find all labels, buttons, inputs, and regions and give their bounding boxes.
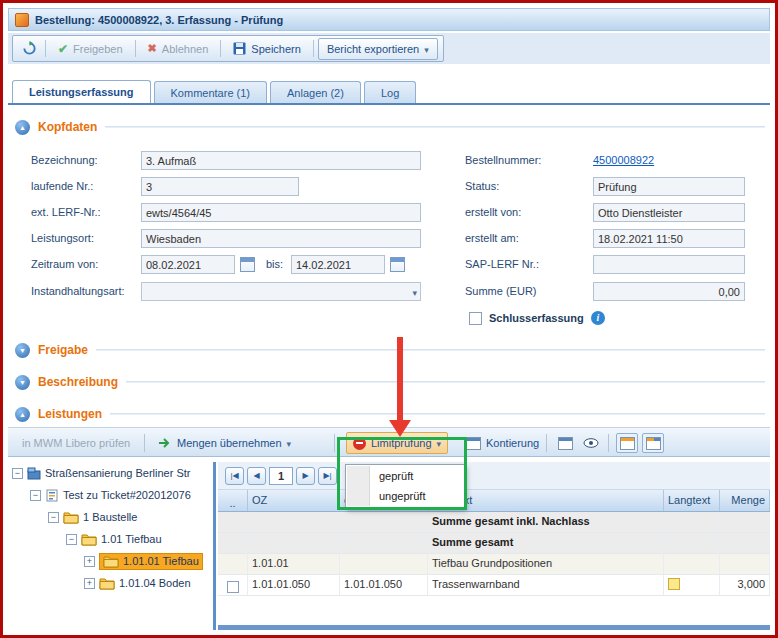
kontierung-button[interactable]: Kontierung: [460, 432, 545, 454]
tree-node-ticket[interactable]: Test zu Ticket#202012076: [8, 484, 214, 506]
instandhaltungsart-select[interactable]: [141, 282, 421, 301]
menu-item-geprueft[interactable]: geprüft: [347, 466, 463, 486]
folder-icon: [99, 577, 115, 590]
tree-node-label: 1 Baustelle: [83, 511, 137, 523]
info-icon[interactable]: i: [591, 311, 605, 325]
cell-langtext: [664, 533, 720, 553]
collapse-section-icon[interactable]: [15, 407, 30, 422]
tree-node-tiefbau[interactable]: 1.01 Tiefbau: [8, 528, 214, 550]
toolbar-separator: [45, 40, 46, 57]
erstellt-von-input[interactable]: [593, 203, 745, 222]
toolbar-separator: [220, 40, 221, 57]
tree-node-baustelle[interactable]: 1 Baustelle: [8, 506, 214, 528]
limitpruefung-button[interactable]: Limitprüfung: [346, 432, 448, 454]
speichern-button[interactable]: Speichern: [225, 38, 309, 60]
application-window: Bestellung: 4500008922, 3. Erfassung - P…: [0, 0, 778, 638]
bericht-exportieren-button[interactable]: Bericht exportieren: [318, 38, 438, 60]
section-title-freigabe: Freigabe: [38, 343, 88, 357]
cell-ext: [340, 533, 428, 553]
cell-oz: 1.01.01.050: [248, 575, 340, 595]
table-row[interactable]: 1.01.01.050 1.01.01.050 Trassenwarnband …: [218, 575, 770, 596]
eye-icon: [583, 438, 599, 448]
expand-node-icon[interactable]: [84, 556, 95, 567]
section-leistungen: Leistungen: [15, 406, 765, 422]
mengen-uebernehmen-button[interactable]: Mengen übernehmen: [152, 432, 297, 454]
table-copy-icon: [558, 437, 573, 450]
laufende-nr-input[interactable]: [141, 177, 299, 196]
menu-item-ungeprueft[interactable]: ungeprüft: [347, 486, 463, 506]
status-label: Status:: [465, 180, 499, 192]
row-checkbox[interactable]: [227, 581, 239, 593]
sap-lerf-input[interactable]: [593, 255, 745, 274]
status-input[interactable]: [593, 177, 745, 196]
expand-section-icon[interactable]: [15, 343, 30, 358]
calendar-icon[interactable]: [390, 257, 405, 272]
tree-node-boden[interactable]: 1.01.04 Boden: [8, 572, 214, 594]
toolbar-separator: [546, 434, 547, 452]
section-title-kopfdaten: Kopfdaten: [38, 120, 97, 134]
cell-menge: [720, 533, 770, 553]
grid-view-button[interactable]: [616, 433, 638, 453]
collapse-node-icon[interactable]: [12, 468, 23, 479]
table-row[interactable]: 1.01.01 Tiefbau Grundpositionen: [218, 554, 770, 575]
ext-lerf-label: ext. LERF-Nr.:: [31, 206, 101, 218]
table-row[interactable]: Summe gesamt inkl. Nachlass: [218, 512, 770, 533]
zeitraum-von-input[interactable]: [141, 255, 235, 274]
summe-input[interactable]: [593, 282, 745, 301]
first-page-button[interactable]: [225, 467, 244, 485]
collapse-node-icon[interactable]: [48, 512, 59, 523]
refresh-button[interactable]: [18, 38, 41, 60]
mwm-libero-label: in MWM Libero prüfen: [22, 437, 130, 449]
prev-page-button[interactable]: [247, 467, 266, 485]
ext-lerf-input[interactable]: [141, 203, 421, 222]
tree-node-tiefbau-selected[interactable]: 1.01.01 Tiefbau: [8, 550, 214, 572]
collapse-section-icon[interactable]: [15, 120, 30, 135]
last-page-button[interactable]: [318, 467, 337, 485]
langtext-note-icon[interactable]: [668, 578, 680, 590]
expand-node-icon[interactable]: [84, 578, 95, 589]
tab-kommentare[interactable]: Kommentare (1): [154, 81, 267, 103]
expand-section-icon[interactable]: [15, 375, 30, 390]
selected-node-highlight: 1.01.01 Tiefbau: [99, 553, 203, 570]
header-menge[interactable]: Menge: [720, 490, 770, 511]
header-langtext[interactable]: Langtext: [664, 490, 720, 511]
collapse-node-icon[interactable]: [30, 490, 41, 501]
bis-label: bis:: [266, 258, 283, 270]
current-page-indicator[interactable]: 1: [269, 467, 293, 485]
cell-select: [218, 575, 248, 595]
erstellt-am-label: erstellt am:: [465, 232, 519, 244]
tab-leistungserfassung[interactable]: Leistungserfassung: [12, 80, 151, 103]
erstellt-am-input[interactable]: [593, 229, 745, 248]
next-page-button[interactable]: [296, 467, 315, 485]
header-select[interactable]: ..: [218, 490, 248, 511]
copy-table-button[interactable]: [554, 433, 576, 453]
cell-kurztext: Summe gesamt inkl. Nachlass: [428, 512, 664, 532]
leistungsort-input[interactable]: [141, 229, 421, 248]
table-row[interactable]: Summe gesamt: [218, 533, 770, 554]
freigeben-button[interactable]: Freigeben: [50, 38, 131, 60]
header-oz[interactable]: OZ: [248, 490, 340, 511]
split-view-button[interactable]: [642, 433, 664, 453]
toolbar-separator: [608, 434, 609, 452]
instandhaltungsart-label: Instandhaltungsart:: [31, 285, 125, 297]
ablehnen-label: Ablehnen: [162, 43, 209, 55]
tab-log[interactable]: Log: [364, 81, 416, 103]
mwm-libero-button[interactable]: in MWM Libero prüfen: [16, 432, 136, 454]
cell-langtext: [664, 554, 720, 574]
bestellnummer-link[interactable]: 4500008922: [593, 154, 654, 166]
bezeichnung-input[interactable]: [141, 151, 421, 170]
zeitraum-bis-input[interactable]: [291, 255, 385, 274]
tab-anlagen[interactable]: Anlagen (2): [270, 81, 361, 103]
panel-splitter[interactable]: [213, 462, 216, 630]
erstellt-von-label: erstellt von:: [465, 206, 521, 218]
schlusserfassung-checkbox[interactable]: [469, 312, 482, 325]
collapse-node-icon[interactable]: [66, 534, 77, 545]
pagination-bar: 1: [218, 462, 770, 490]
zeitraum-von-label: Zeitraum von:: [31, 258, 98, 270]
tree-node-root[interactable]: Straßensanierung Berliner Str: [8, 462, 214, 484]
preview-button[interactable]: [580, 433, 602, 453]
calendar-icon[interactable]: [240, 257, 255, 272]
limitpruefung-dropdown: geprüft ungeprüft: [345, 464, 465, 508]
ablehnen-button[interactable]: Ablehnen: [140, 38, 217, 60]
cell-menge: [720, 554, 770, 574]
